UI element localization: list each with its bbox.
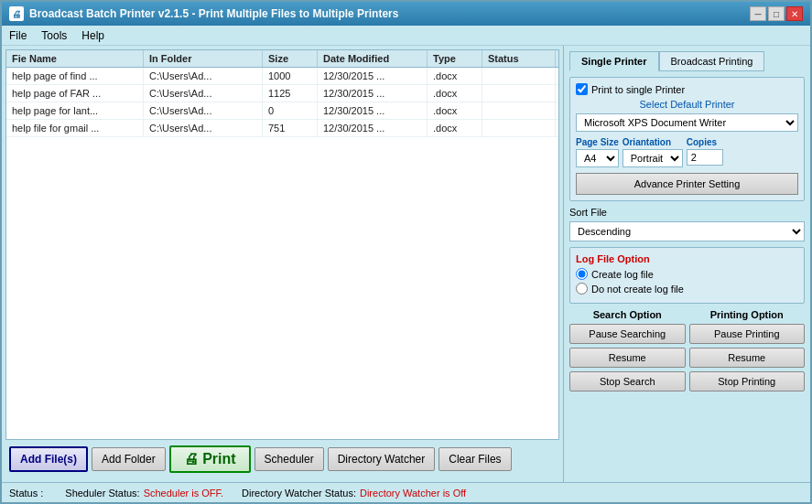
log-no-create-radio[interactable] bbox=[576, 283, 588, 295]
copies-label: Copies bbox=[687, 137, 723, 147]
orientation-col: Oriantation Portrait bbox=[623, 137, 683, 167]
print-single-row: Print to single Printer bbox=[576, 83, 798, 95]
table-body: help page of find ...C:\Users\Ad...10001… bbox=[6, 68, 558, 137]
page-size-label: Page Size bbox=[576, 137, 619, 147]
tab-row: Single Printer Broadcast Printing bbox=[569, 51, 805, 71]
printer-select[interactable]: Microsoft XPS Document Writer bbox=[576, 113, 798, 132]
sort-select[interactable]: Descending Ascending By Name By Date bbox=[569, 221, 805, 241]
table-cell: .docx bbox=[428, 102, 482, 119]
status-bar: Status : Sheduler Status: Scheduler is O… bbox=[2, 482, 810, 502]
table-cell: C:\Users\Ad... bbox=[144, 120, 263, 136]
table-row[interactable]: help page for lant...C:\Users\Ad...012/3… bbox=[6, 102, 558, 120]
menu-tools[interactable]: Tools bbox=[41, 29, 67, 42]
table-cell: 751 bbox=[263, 120, 318, 136]
pause-searching-button[interactable]: Pause Searching bbox=[569, 324, 686, 344]
directory-segment: Directory Watcher Status: Directory Watc… bbox=[242, 488, 466, 499]
log-no-create-label: Do not create log file bbox=[591, 284, 684, 295]
table-cell bbox=[482, 102, 556, 119]
options-grid: Search Option Pause Searching Resume Sto… bbox=[569, 309, 805, 391]
printing-options-title: Printing Option bbox=[689, 309, 806, 320]
maximize-button[interactable]: □ bbox=[768, 6, 785, 21]
table-cell bbox=[482, 68, 556, 84]
main-window: 🖨 Broadcast Batch Printer v2.1.5 - Print… bbox=[0, 0, 812, 504]
table-row[interactable]: help file for gmail ...C:\Users\Ad...751… bbox=[6, 120, 558, 137]
table-cell: 1125 bbox=[263, 85, 318, 102]
sort-section: Sort File Descending Ascending By Name B… bbox=[569, 207, 805, 241]
resume-printing-button[interactable]: Resume bbox=[689, 348, 806, 368]
table-row[interactable]: help page of find ...C:\Users\Ad...10001… bbox=[6, 68, 558, 85]
printer-icon: 🖨 bbox=[184, 451, 199, 466]
table-cell: help page of find ... bbox=[6, 68, 144, 84]
log-option1-row: Create log file bbox=[576, 268, 798, 280]
directory-watcher-button[interactable]: Directory Watcher bbox=[328, 447, 436, 471]
copies-input[interactable]: 2 bbox=[687, 149, 723, 166]
close-button[interactable]: ✕ bbox=[786, 6, 803, 21]
table-cell: C:\Users\Ad... bbox=[144, 85, 263, 102]
tab-single-printer[interactable]: Single Printer bbox=[569, 51, 659, 71]
tab-broadcast-printing[interactable]: Broadcast Printing bbox=[659, 51, 765, 71]
print-single-checkbox[interactable] bbox=[576, 83, 588, 95]
add-files-button[interactable]: Add File(s) bbox=[9, 446, 88, 472]
add-folder-button[interactable]: Add Folder bbox=[92, 447, 166, 471]
orientation-select[interactable]: Portrait bbox=[623, 149, 683, 167]
table-header: Fie Name In Folder Size Date Modified Ty… bbox=[6, 50, 558, 68]
table-cell: 12/30/2015 ... bbox=[318, 68, 428, 84]
table-cell: 0 bbox=[263, 102, 318, 119]
log-title: Log File Option bbox=[576, 253, 798, 264]
single-printer-section: Print to single Printer Select Default P… bbox=[569, 77, 805, 201]
stop-search-button[interactable]: Stop Search bbox=[569, 371, 686, 391]
directory-label: Directory Watcher Status: bbox=[242, 488, 356, 499]
page-settings-row: Page Size A4 Oriantation Portrait Copies bbox=[576, 137, 798, 167]
bottom-buttons: Add File(s) Add Folder 🖨 Print Scheduler… bbox=[5, 440, 559, 478]
file-table: Fie Name In Folder Size Date Modified Ty… bbox=[5, 49, 559, 440]
scheduler-value: Scheduler is OFF. bbox=[144, 488, 223, 499]
left-panel: Fie Name In Folder Size Date Modified Ty… bbox=[2, 46, 563, 482]
menu-bar: File Tools Help bbox=[2, 26, 810, 46]
sort-label: Sort File bbox=[569, 207, 805, 218]
scheduler-label: Sheduler Status: bbox=[65, 488, 139, 499]
scheduler-button[interactable]: Scheduler bbox=[254, 447, 324, 471]
title-bar-left: 🖨 Broadcast Batch Printer v2.1.5 - Print… bbox=[9, 6, 398, 21]
table-cell bbox=[482, 120, 556, 136]
right-panel: Single Printer Broadcast Printing Print … bbox=[563, 46, 810, 482]
orientation-label: Oriantation bbox=[623, 137, 683, 147]
table-cell: help page for lant... bbox=[6, 102, 144, 119]
main-content: Fie Name In Folder Size Date Modified Ty… bbox=[2, 46, 810, 482]
title-bar: 🖨 Broadcast Batch Printer v2.1.5 - Print… bbox=[2, 2, 810, 26]
col-header-filename: Fie Name bbox=[6, 50, 144, 67]
stop-printing-button[interactable]: Stop Printing bbox=[689, 371, 806, 391]
menu-help[interactable]: Help bbox=[81, 29, 104, 42]
log-create-radio[interactable] bbox=[576, 268, 588, 280]
print-button[interactable]: 🖨 Print bbox=[169, 445, 251, 473]
pause-printing-button[interactable]: Pause Printing bbox=[689, 324, 806, 344]
table-cell: help file for gmail ... bbox=[6, 120, 144, 136]
table-cell: .docx bbox=[428, 120, 482, 136]
table-cell: 12/30/2015 ... bbox=[318, 102, 428, 119]
col-header-status: Status bbox=[482, 50, 556, 67]
printing-options-col: Printing Option Pause Printing Resume St… bbox=[689, 309, 806, 391]
resume-search-button[interactable]: Resume bbox=[569, 348, 686, 368]
clear-files-button[interactable]: Clear Files bbox=[438, 447, 511, 471]
table-cell: .docx bbox=[428, 68, 482, 84]
status-label: Status : bbox=[9, 488, 43, 499]
advance-printer-setting-button[interactable]: Advance Printer Setting bbox=[576, 173, 798, 195]
table-cell: C:\Users\Ad... bbox=[144, 68, 263, 84]
page-size-col: Page Size A4 bbox=[576, 137, 619, 167]
print-single-label: Print to single Printer bbox=[591, 84, 685, 95]
col-header-type: Type bbox=[428, 50, 482, 67]
minimize-button[interactable]: ─ bbox=[750, 6, 766, 21]
status-segment: Status : bbox=[9, 488, 47, 499]
directory-value: Directory Watcher is Off bbox=[360, 488, 466, 499]
search-options-col: Search Option Pause Searching Resume Sto… bbox=[569, 309, 686, 391]
table-cell: help page of FAR ... bbox=[6, 85, 144, 102]
table-row[interactable]: help page of FAR ...C:\Users\Ad...112512… bbox=[6, 85, 558, 102]
log-create-label: Create log file bbox=[591, 269, 654, 280]
search-options-title: Search Option bbox=[569, 309, 686, 320]
table-cell: .docx bbox=[428, 85, 482, 102]
select-default-label: Select Default Printer bbox=[576, 99, 798, 110]
page-size-select[interactable]: A4 bbox=[576, 149, 619, 167]
table-cell: 1000 bbox=[263, 68, 318, 84]
table-cell bbox=[482, 85, 556, 102]
print-label: Print bbox=[202, 451, 235, 466]
menu-file[interactable]: File bbox=[9, 29, 27, 42]
